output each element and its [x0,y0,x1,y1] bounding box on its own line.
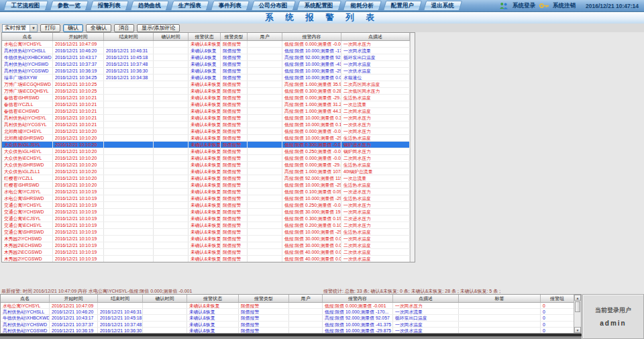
horizontal-scrollbar-thumb[interactable] [0,334,582,336]
menu-tab[interactable]: 事件列表 [210,1,249,11]
table-row[interactable]: 高村供热站\YCHSLL2016/12/21 10:46:202016/12/2… [1,309,581,315]
menu-tab[interactable]: 报警列表 [89,1,128,11]
confirm-all-button[interactable]: 全确认 [86,24,111,32]
table-row[interactable]: 北郊商城\YCHSYL2016/12/21 10:10:20未确认&未恢复限值报… [2,128,415,135]
horizontal-scrollbar[interactable] [0,334,582,339]
mute-button[interactable]: 消音 [114,24,134,32]
column-header[interactable]: 报警类型 [239,295,289,302]
column-header[interactable]: 标签 [459,295,541,302]
menu-tab[interactable]: 公司分布图 [250,1,295,11]
column-header[interactable]: 点名 [2,33,53,40]
table-row[interactable]: 大众供热\ECHSYL2016/12/21 10:10:20未确认&未恢复限值报… [2,155,415,162]
column-header[interactable]: 开始时间 [50,295,98,302]
table-cell: 未确认&未恢复 [189,101,221,107]
table-row[interactable]: 万博广场\ECGQHSWD2016/12/21 10:10:25未确认&未恢复限… [2,81,415,88]
column-header[interactable]: 确认时间 [154,33,189,40]
table-row[interactable]: 木秀园2\YCGSWD2016/12/21 10:10:19未确认&未恢复限值报… [2,256,415,262]
alarm-filter-select[interactable]: 实时报警 ▼ [2,24,38,32]
table-cell [248,48,282,54]
table-cell: 生活热水温度 [341,182,410,188]
column-header[interactable]: 开始时间 [53,33,104,40]
scrollbar-thumb[interactable] [575,301,580,312]
table-cell [248,175,282,181]
table-row[interactable]: 万博广场\ECDQHSYL2016/12/21 10:10:25未确认&未恢复限… [2,88,415,95]
table-row[interactable]: 交通公寓\YCHSWD2016/12/21 10:10:19未确认&未恢复限值报… [2,209,415,215]
column-header[interactable]: 用户 [289,295,323,302]
menu-tab[interactable]: 工艺流程图 [3,1,48,11]
top-menubar: 工艺流程图参数一览报警列表趋势曲线生产报表事件列表公司分布图系统配置图能耗分析配… [0,0,644,12]
table-row[interactable]: 春德巷\SHRSWD2016/12/21 10:10:21未确认&未恢复限值报警… [2,95,415,101]
table-cell: 一次总流量 [341,175,410,181]
table-cell [143,309,187,314]
table-row[interactable]: 交通公寓\ECHSYL2016/12/21 10:10:19未确认&未恢复限值报… [2,222,415,229]
table-row[interactable]: 水电公寓\YCHSYL2016/12/21 10:47:09未确认&未恢复限值报… [1,303,581,309]
table-cell: 低报:限值 30.000;测量值 0.000 [282,236,341,242]
chevron-down-icon[interactable]: ▼ [30,25,37,32]
table-row[interactable]: 红樱巷\YCZLL2016/12/21 10:10:20未确认&未恢复限值报警高… [2,175,415,182]
column-header[interactable]: 确认时间 [143,295,187,302]
vertical-scrollbar[interactable]: ▲ ▼ [574,295,581,333]
table-row[interactable]: 高村供热站\YCHSWD2016/12/21 10:37:372016/12/2… [1,322,581,328]
table-cell: 未确认&未恢复 [189,95,221,101]
table-row[interactable]: 水电公寓\YCHSYL2016/12/21 10:47:09未确认&未恢复限值报… [2,41,415,48]
table-row[interactable]: 春德巷\YCZLL2016/12/21 10:10:21未确认&未恢复限值报警高… [2,101,415,108]
column-header[interactable]: 报警状态 [189,33,221,40]
menu-tab[interactable]: 系统配置图 [297,1,341,11]
menu-tab[interactable]: 配置用户 [382,1,421,11]
show-add-comment-button[interactable]: 显示/添加评论 [137,24,180,32]
menu-tab[interactable]: 参数一览 [49,1,88,11]
table-row[interactable]: 高村供热站\YCHSYL2016/12/21 10:10:21未确认&未恢复限值… [2,115,415,122]
system-login-button[interactable]: 系统登录 [513,2,535,10]
column-header[interactable]: 点描述 [341,33,410,40]
table-row[interactable]: 大众供热\GLHSYL2016/12/21 10:10:20未确认&未恢复限值报… [2,148,415,155]
menu-tab[interactable]: 趋势曲线 [129,1,168,11]
table-row[interactable]: 牛德供热站\XHBCKWD2016/12/21 10:43:172016/12/… [2,54,415,61]
column-header[interactable]: 报警内容 [323,295,393,302]
table-cell: 限值报警 [221,81,248,87]
table-row[interactable]: 交通公寓\YCHSYL2016/12/21 10:10:19未确认&未恢复限值报… [2,202,415,209]
table-row[interactable]: 高村供热站\YCGSYL2016/12/21 10:10:21未确认&未恢复限值… [2,122,415,128]
table-row[interactable]: 水电公寓\YCJSYL2016/12/21 10:10:19未确认&未恢复限值报… [2,189,415,195]
column-header[interactable]: 报警内容 [282,33,341,40]
column-header[interactable]: 报警类型 [221,33,248,40]
table-row[interactable]: 春德巷\ECHSWD2016/12/21 10:10:21未确认&未恢复限值报警… [2,108,415,115]
column-header[interactable]: 点描述 [393,295,459,302]
table-row[interactable]: 北郊商城\SHRSWD2016/12/21 10:10:20未确认&未恢复限值报… [2,135,415,142]
table-row[interactable]: 木秀园2\ECHSWD2016/12/21 10:10:19未确认&未恢复限值报… [2,242,415,249]
system-logout-button[interactable]: 系统注销 [553,2,576,10]
column-header[interactable]: 结束时间 [98,295,143,302]
menu-tab[interactable]: 能耗分析 [342,1,381,11]
table-cell [104,155,154,161]
column-header[interactable]: 报警状态 [187,295,239,302]
menu-tab[interactable]: 生产报表 [170,1,209,11]
table-row[interactable]: 瑞丰广场\SXYW2016/12/21 10:34:252016/12/21 1… [2,75,415,81]
column-header[interactable]: 用户 [248,33,282,40]
table-row[interactable]: 大众供热\SHRSWD2016/12/21 10:10:20未确认&未恢复限值报… [2,162,415,168]
table-cell [104,175,154,181]
table-row[interactable]: 木秀园2\ECGSWD2016/12/21 10:10:19未确认&未恢复限值报… [2,249,415,256]
table-row[interactable]: 红樱巷\SHRSWD2016/12/21 10:10:20未确认&未恢复限值报警… [2,182,415,189]
table-row[interactable]: 高村供热站\YCGSWD2016/12/21 10:36:192016/12/2… [2,68,415,75]
table-row[interactable]: 大众供热\GLZLL12016/12/21 10:10:20未确认&未恢复限值报… [2,168,415,175]
column-header[interactable]: 点名 [1,295,50,302]
table-row[interactable]: 木秀园2\YCHSWD2016/12/21 10:10:19未确认&未恢复限值报… [2,236,415,242]
table-row[interactable]: 大众供热\GLJSYL2016/12/21 10:10:20未确认&未恢复限值报… [2,142,415,148]
column-header[interactable]: 报警组 [541,295,574,302]
table-scrollbar-track[interactable] [410,33,415,262]
scroll-up-icon[interactable]: ▲ [574,295,581,301]
table-row[interactable]: 水电公寓\SHRSWD2016/12/21 10:10:19未确认&未恢复限值报… [2,195,415,202]
table-row[interactable]: 牛德供热站\XHBCKWD2016/12/21 10:43:172016/12/… [1,315,581,321]
column-header[interactable]: 结束时间 [104,33,154,40]
table-row[interactable]: 高村供热站\YCHSWD2016/12/21 10:37:372016/12/2… [2,61,415,68]
print-button[interactable]: 打印 [40,24,60,32]
table-row[interactable]: 高村供热站\YCHSLL2016/12/21 10:46:202016/12/2… [2,48,415,54]
scroll-down-icon[interactable]: ▼ [574,327,581,333]
table-row[interactable]: 交通公寓\SHRSWD2016/12/21 10:10:19未确认&未恢复限值报… [2,229,415,236]
table-cell: 一次供水压力 [341,122,410,128]
table-row[interactable]: 交通公寓\ECJSYL2016/12/21 10:10:19未确认&未恢复限值报… [2,215,415,222]
menu-tab[interactable]: 退出系统 [423,1,462,11]
table-cell: 低报:限值 10.000;测量值 -170... [323,309,393,314]
table-cell [154,236,189,242]
table-row[interactable]: 高村供热站\YCGSWD2016/12/21 10:36:192016/12/2… [1,328,581,334]
confirm-button[interactable]: 确认 [63,24,83,32]
